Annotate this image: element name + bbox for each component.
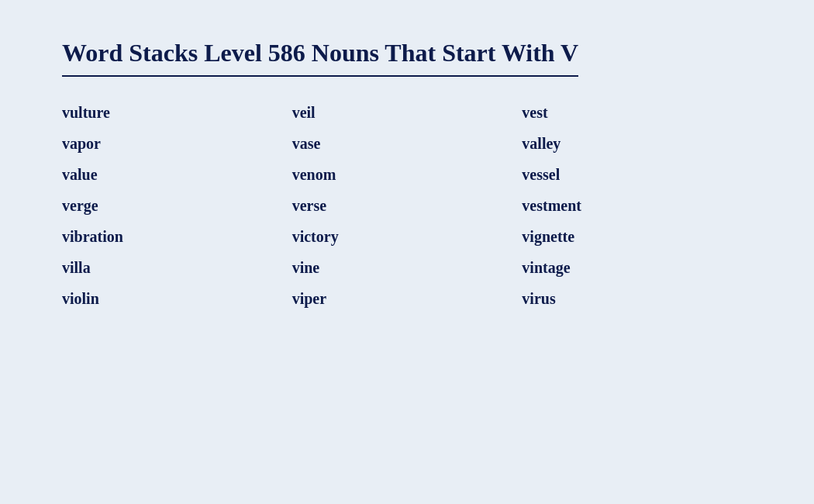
word-item: vine bbox=[292, 255, 523, 280]
word-item: verge bbox=[62, 193, 292, 218]
word-item: veil bbox=[292, 100, 523, 125]
word-item: vapor bbox=[62, 131, 292, 156]
word-item: vignette bbox=[522, 224, 752, 249]
word-item: vintage bbox=[522, 255, 752, 280]
word-item: vestment bbox=[522, 193, 752, 218]
word-item: viper bbox=[292, 286, 523, 311]
word-item: valley bbox=[522, 131, 752, 156]
words-grid: vulturevaporvaluevergevibrationvillaviol… bbox=[62, 100, 752, 311]
word-item: virus bbox=[522, 286, 752, 311]
word-column-3: vestvalleyvesselvestmentvignettevintagev… bbox=[522, 100, 752, 311]
word-item: vessel bbox=[522, 162, 752, 187]
word-column-1: vulturevaporvaluevergevibrationvillaviol… bbox=[62, 100, 292, 311]
word-item: verse bbox=[292, 193, 523, 218]
word-item: vase bbox=[292, 131, 523, 156]
word-item: value bbox=[62, 162, 292, 187]
word-item: vibration bbox=[62, 224, 292, 249]
page-title: Word Stacks Level 586 Nouns That Start W… bbox=[62, 39, 578, 77]
word-item: vest bbox=[522, 100, 752, 125]
title-section: Word Stacks Level 586 Nouns That Start W… bbox=[62, 39, 752, 77]
word-item: vulture bbox=[62, 100, 292, 125]
word-column-2: veilvasevenomversevictoryvineviper bbox=[292, 100, 523, 311]
page-container: Word Stacks Level 586 Nouns That Start W… bbox=[0, 0, 814, 504]
word-item: victory bbox=[292, 224, 523, 249]
word-item: villa bbox=[62, 255, 292, 280]
word-item: violin bbox=[62, 286, 292, 311]
word-item: venom bbox=[292, 162, 523, 187]
